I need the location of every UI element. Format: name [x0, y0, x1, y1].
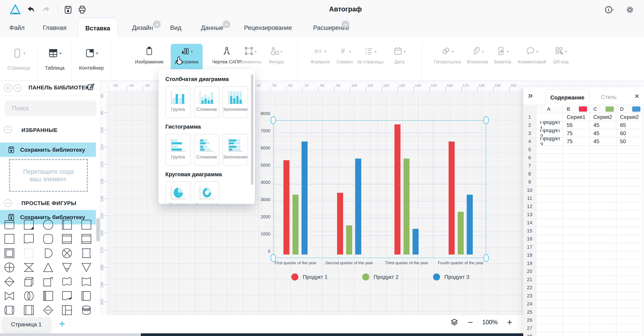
sheet-cell-D28[interactable]	[616, 332, 643, 336]
shape-circle-cross-icon[interactable]	[4, 262, 15, 273]
sheet-cell-A28[interactable]	[536, 332, 563, 336]
redo-button[interactable]	[41, 5, 51, 14]
selection-rectangle[interactable]	[273, 120, 486, 258]
selection-handle[interactable]	[270, 116, 276, 124]
sheet-cell-D7[interactable]	[616, 162, 643, 170]
sheet-cell-A11[interactable]	[536, 194, 563, 202]
shape-rect-hlines-icon[interactable]	[62, 234, 72, 244]
ribbon-button-заметка[interactable]: ▾Заметка	[486, 44, 519, 64]
sheet-cell-C24[interactable]	[590, 300, 616, 308]
shape-rect-torn-bottom-icon[interactable]	[23, 234, 34, 244]
sheet-cell-C14[interactable]	[590, 219, 616, 227]
sheet-cell-D15[interactable]	[616, 227, 643, 235]
sheet-cell-A6[interactable]	[536, 154, 563, 162]
sheet-cell-A22[interactable]	[536, 284, 563, 292]
shape-inv-triangle-icon[interactable]	[81, 262, 92, 273]
selection-handle[interactable]	[484, 116, 489, 124]
shape-rect-t-split-icon[interactable]	[62, 305, 72, 315]
ribbon-button-диаграмма[interactable]: ▾Диаграмма	[170, 44, 204, 64]
shape-inv-triangle-line-icon[interactable]	[62, 262, 72, 273]
ribbon-button-qr-код[interactable]: ▾QR-код	[544, 44, 578, 64]
page-tab[interactable]: Страница 1	[2, 317, 51, 331]
sheet-cell-B27[interactable]	[563, 324, 590, 332]
zoom-in-library-button[interactable]: +	[4, 84, 12, 92]
sheet-cell-D5[interactable]	[616, 146, 643, 154]
sheet-cell-C26[interactable]	[590, 316, 616, 324]
chart-type-card-группа[interactable]: Группа	[165, 86, 191, 118]
shape-double-ellipse-icon[interactable]	[23, 290, 34, 302]
close-panel-button[interactable]: ×	[634, 92, 639, 100]
sheet-cell-D19[interactable]	[616, 260, 643, 268]
shape-rect-header-icon[interactable]	[4, 219, 15, 230]
sheet-cell-B9[interactable]	[563, 178, 590, 186]
sheet-cell-B2[interactable]: 55	[563, 121, 590, 129]
sheet-cell-C21[interactable]	[590, 276, 616, 284]
sheet-cell-A7[interactable]	[536, 162, 563, 170]
sheet-cell-A2[interactable]: Продукт 1	[536, 121, 563, 129]
sheet-column-header-D[interactable]: D	[616, 105, 643, 113]
shape-bowtie-icon[interactable]	[4, 290, 15, 302]
sheet-cell-D26[interactable]	[616, 316, 643, 324]
sheet-cell-B14[interactable]	[563, 219, 590, 227]
shape-cube-icon[interactable]	[23, 276, 34, 287]
selection-handle[interactable]	[270, 254, 276, 262]
sheet-cell-A14[interactable]	[536, 219, 563, 227]
chart-type-card-круговая[interactable]: Круговая	[165, 182, 191, 204]
sheet-cell-C28[interactable]	[590, 332, 616, 336]
sheet-cell-B13[interactable]	[563, 210, 590, 219]
sheet-cell-B20[interactable]	[563, 268, 590, 276]
sheet-cell-B23[interactable]	[563, 292, 590, 300]
sheet-cell-C3[interactable]: 45	[590, 130, 616, 138]
sheet-cell-B28[interactable]	[563, 332, 590, 336]
shape-rounded-square-icon[interactable]	[42, 234, 54, 244]
sheet-cell-C22[interactable]	[590, 284, 616, 292]
sheet-cell-A20[interactable]	[536, 268, 563, 276]
menu-tab-рецензирование[interactable]: Рецензирование	[242, 18, 294, 37]
sheet-cell-D16[interactable]	[616, 235, 643, 243]
sheet-cell-A8[interactable]	[536, 170, 563, 178]
sheet-cell-D18[interactable]	[616, 251, 643, 260]
ribbon-button-комментарий[interactable]: ▾Комментарий	[515, 44, 549, 64]
sheet-cell-C27[interactable]	[590, 324, 616, 332]
sheet-cell-C13[interactable]	[590, 210, 616, 219]
add-page-button[interactable]: +	[59, 318, 65, 330]
sheet-cell-D22[interactable]	[616, 284, 643, 292]
sheet-cell-B25[interactable]	[563, 308, 590, 316]
sheet-column-header-B[interactable]: B	[563, 105, 590, 113]
sheet-cell-C4[interactable]: 45	[590, 138, 616, 146]
sheet-cell-D10[interactable]	[616, 186, 643, 194]
shape-rect-double-left-icon[interactable]	[42, 290, 54, 302]
horizontal-scrollbar-thumb[interactable]	[141, 333, 523, 336]
sheet-cell-A3[interactable]: Продукт 2	[536, 130, 563, 138]
sheet-cell-C5[interactable]	[590, 146, 616, 154]
sheet-cell-C19[interactable]	[590, 260, 616, 268]
chart-type-card-группа[interactable]: Группа	[165, 134, 191, 166]
sheet-cell-D4[interactable]: 50	[616, 138, 643, 146]
sheet-cell-C17[interactable]	[590, 243, 616, 251]
sheet-cell-D13[interactable]	[616, 210, 643, 219]
sheet-cell-C2[interactable]: 45	[590, 121, 616, 129]
sheet-cell-C7[interactable]	[590, 162, 616, 170]
series-color-swatch[interactable]	[606, 106, 614, 112]
shape-x-box-icon[interactable]	[23, 262, 34, 273]
sheet-cell-C12[interactable]	[590, 202, 616, 210]
sheet-cell-B10[interactable]	[563, 186, 590, 194]
menu-tab-файл[interactable]: Файл	[8, 18, 26, 37]
sheet-cell-B24[interactable]	[563, 300, 590, 308]
shape-note-corner-icon[interactable]	[42, 276, 54, 287]
library-scrollbar[interactable]	[96, 218, 100, 242]
shape-torn-folded-black-icon[interactable]	[62, 290, 72, 302]
shape-diamond-line-icon[interactable]	[4, 276, 15, 287]
sheet-cell-A9[interactable]	[536, 178, 563, 186]
sheet-cell-A27[interactable]	[536, 324, 563, 332]
sheet-cell-D21[interactable]	[616, 276, 643, 284]
sheet-cell-B3[interactable]: 75	[563, 130, 590, 138]
sheet-cell-B5[interactable]	[563, 146, 590, 154]
shape-rect-folded-corner-icon[interactable]	[23, 219, 34, 230]
sheet-cell-D12[interactable]	[616, 202, 643, 210]
sheet-column-header-A[interactable]: A	[536, 105, 563, 113]
sheet-cell-A12[interactable]	[536, 202, 563, 210]
shape-circle-icon[interactable]	[42, 219, 54, 230]
chart-type-card-кольцевая[interactable]: Кольцевая	[194, 182, 219, 204]
shape-rect-hlines-2-icon[interactable]	[81, 234, 92, 244]
